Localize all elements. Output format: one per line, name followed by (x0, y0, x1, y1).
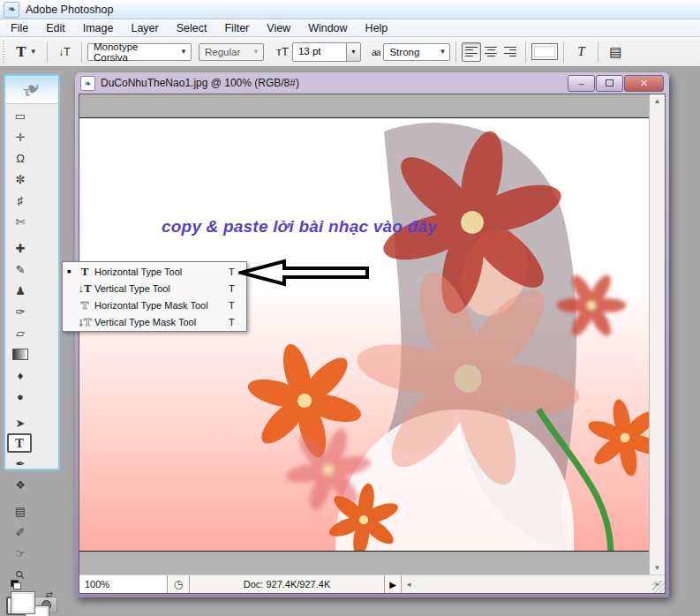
canvas[interactable]: copy & paste lời bài nhạc vào đây (79, 117, 649, 552)
menu-item-horizontal-type-tool[interactable]: ■ T Horizontal Type Tool T (63, 263, 246, 280)
tool-dodge[interactable]: ● (7, 386, 34, 407)
photoshop-icon: ❧ (4, 2, 19, 18)
font-size-icon: тT (276, 45, 289, 58)
vertical-type-icon: ↓T (75, 282, 94, 296)
font-size-dropdown-button[interactable]: ▼ (346, 43, 360, 61)
menu-image[interactable]: Image (74, 20, 123, 36)
tool-brush[interactable]: ✎ (7, 259, 34, 280)
menu-item-horizontal-type-mask-tool[interactable]: T Horizontal Type Mask Tool T (63, 297, 246, 313)
tool-type[interactable]: T (7, 433, 32, 453)
tool-custom-shape[interactable]: ❖ (7, 474, 34, 495)
menu-edit[interactable]: Edit (37, 20, 74, 36)
tool-pen[interactable]: ✒ (7, 453, 34, 474)
document-window: ❧ DuCoNhuTheNao1.jpg @ 100% (RGB/8#) – ✕ (75, 72, 669, 597)
scroll-left-icon[interactable]: ◄ (405, 581, 412, 589)
menu-bar: File Edit Image Layer Select Filter View… (0, 19, 700, 37)
menu-filter[interactable]: Filter (215, 20, 258, 36)
options-bar: T ▼ ↓T Monotype Corsiva ▼ Regular ▼ тT 1… (0, 37, 700, 67)
annotation-arrow-icon (238, 259, 371, 287)
horizontal-type-icon: T (75, 265, 94, 279)
restore-button[interactable] (596, 75, 623, 92)
horizontal-type-mask-icon: T (75, 298, 94, 312)
menu-item-vertical-type-tool[interactable]: ↓T Vertical Type Tool T (63, 280, 246, 297)
app-title: Adobe Photoshop (26, 4, 113, 16)
tool-slice[interactable]: ✄ (7, 211, 34, 232)
tool-magic-wand[interactable]: ✼ (7, 169, 34, 190)
warp-text-button[interactable]: T (569, 41, 592, 64)
text-color-swatch[interactable] (531, 43, 558, 60)
tool-grid: ▭ ✛ Ω ✼ ♯ ✄ (5, 104, 58, 233)
warp-text-icon: T (577, 44, 584, 59)
document-title: DuCoNhuTheNao1.jpg @ 100% (RGB/8#) (101, 77, 562, 89)
gradient-icon (12, 349, 28, 360)
swap-colors-icon[interactable]: ⇄ (46, 590, 53, 599)
align-center-button[interactable] (481, 42, 501, 62)
vertical-scrollbar[interactable]: ▲ ▼ (649, 94, 665, 575)
menu-select[interactable]: Select (168, 20, 216, 36)
tool-notes[interactable]: ▤ (7, 500, 34, 522)
anti-alias-icon: aa (372, 45, 380, 59)
horizontal-scrollbar[interactable]: ◄ ► (402, 575, 665, 593)
toggle-palettes-button[interactable]: ▤ (604, 41, 627, 64)
vertical-type-mask-icon: ↓T (75, 315, 94, 329)
tool-blur[interactable]: ♦ (7, 364, 34, 386)
type-tool-flyout-menu: ■ T Horizontal Type Tool T ↓T Vertical T… (62, 261, 247, 332)
menu-file[interactable]: File (2, 20, 37, 36)
timing-icon: ◷ (168, 575, 190, 593)
menu-help[interactable]: Help (357, 20, 397, 36)
scroll-up-icon[interactable]: ▲ (654, 94, 661, 108)
font-size-field[interactable]: 13 pt ▼ (292, 42, 361, 62)
dropdown-caret-icon: ▼ (440, 48, 447, 56)
align-right-button[interactable] (501, 42, 520, 62)
toolbox: ❧ ▭ ✛ Ω ✼ ♯ ✄ ✚ ✎ ♟ ✑ ▱ ♦ ● ➤ T ✒ ❖ (4, 74, 60, 470)
dropdown-caret-icon: ▼ (180, 48, 187, 56)
tool-hand[interactable]: ☞ (7, 543, 34, 564)
minimize-button[interactable]: – (568, 75, 595, 92)
font-style-select[interactable]: Regular ▼ (199, 43, 264, 61)
tool-rectangular-marquee[interactable]: ▭ (7, 105, 34, 126)
tool-move[interactable]: ✛ (7, 126, 34, 147)
dropdown-caret-icon: ▼ (30, 48, 37, 56)
anti-alias-select[interactable]: Strong ▼ (383, 43, 450, 61)
document-titlebar[interactable]: ❧ DuCoNhuTheNao1.jpg @ 100% (RGB/8#) – ✕ (79, 72, 666, 94)
close-icon: ✕ (640, 78, 648, 89)
close-button[interactable]: ✕ (624, 75, 664, 92)
zoom-level-field[interactable]: 100% (79, 575, 168, 593)
palettes-icon: ▤ (609, 44, 621, 60)
status-menu-button[interactable]: ▶ (385, 575, 402, 593)
menu-view[interactable]: View (258, 20, 299, 36)
align-left-button[interactable] (462, 42, 481, 62)
status-bar: 100% ◷ Doc: 927.4K/927.4K ▶ ◄ ► (79, 575, 665, 593)
scroll-down-icon[interactable]: ▼ (654, 561, 661, 575)
tool-eraser[interactable]: ▱ (7, 322, 34, 343)
canvas-margin-top (79, 94, 649, 117)
tool-clone-stamp[interactable]: ♟ (7, 280, 34, 301)
menu-layer[interactable]: Layer (122, 20, 167, 36)
menu-window[interactable]: Window (299, 20, 356, 36)
text-orientation-button[interactable]: ↓T (53, 41, 76, 64)
resize-grip[interactable] (652, 581, 665, 593)
tool-path-selection[interactable]: ➤ (7, 412, 34, 433)
document-icon: ❧ (80, 76, 95, 91)
dropdown-caret-icon: ▼ (252, 48, 260, 56)
tool-gradient[interactable] (7, 343, 34, 364)
tool-eyedropper[interactable]: ✐ (7, 522, 34, 543)
default-colors-icon[interactable] (11, 580, 21, 590)
photoshop-application: ❧ Adobe Photoshop File Edit Image Layer … (0, 0, 700, 616)
foreground-color-swatch[interactable] (11, 591, 35, 614)
font-family-select[interactable]: Monotype Corsiva ▼ (87, 43, 192, 61)
type-tool-icon: T (16, 43, 26, 61)
document-sizes: Doc: 927.4K/927.4K (190, 575, 385, 593)
tool-crop[interactable]: ♯ (7, 190, 34, 211)
options-bar-grip[interactable] (2, 41, 6, 64)
text-orientation-icon: ↓T (58, 46, 70, 58)
tool-healing-brush[interactable]: ✚ (7, 237, 34, 259)
menu-item-vertical-type-mask-tool[interactable]: ↓T Vertical Type Mask Tool T (63, 313, 246, 330)
selected-marker: ■ (63, 268, 75, 274)
restore-icon (606, 79, 613, 86)
tool-preset-button[interactable]: T ▼ (11, 41, 41, 64)
photoshop-feather-logo: ❧ (5, 76, 58, 104)
canvas-artwork (79, 118, 649, 552)
tool-history-brush[interactable]: ✑ (7, 301, 34, 322)
tool-lasso[interactable]: Ω (7, 147, 34, 169)
